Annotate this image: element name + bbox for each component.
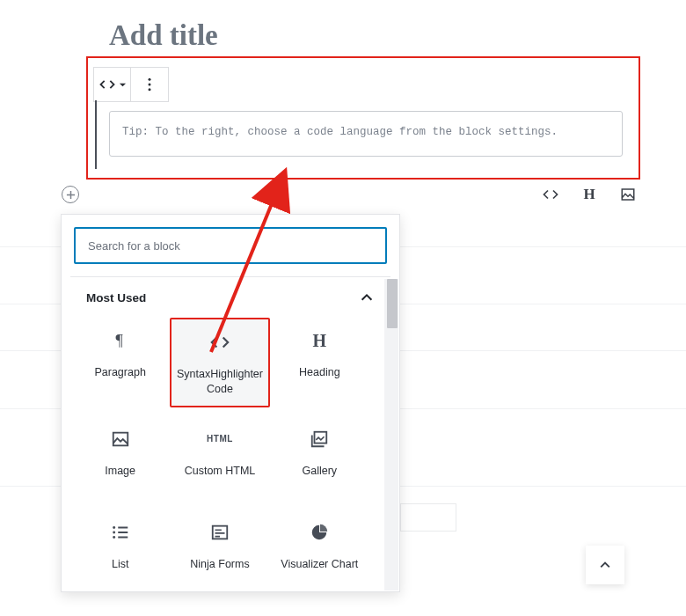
block-option-label: Gallery [303,464,338,493]
block-more-options[interactable] [131,68,168,101]
list-icon [110,522,131,543]
block-toolbar [93,67,169,102]
svg-point-2 [149,88,151,91]
bg-box [400,503,456,532]
pie-chart-icon [309,522,330,543]
svg-point-0 [149,78,151,81]
kebab-icon [141,76,158,93]
block-option-label: Heading [299,365,340,394]
quick-insert-heading[interactable]: H [580,186,598,203]
block-quick-inserter: H [542,186,637,203]
plus-icon [66,190,76,200]
svg-rect-5 [113,432,128,445]
form-icon [209,522,230,543]
scrollbar-thumb[interactable] [387,279,398,328]
block-option-label: Custom HTML [185,464,256,493]
scroll-to-top-button[interactable] [586,546,624,584]
code-icon [99,76,116,93]
add-block-button[interactable] [62,186,79,203]
caret-down-icon [119,81,127,89]
block-option-label: Ninja Forms [190,557,249,586]
html-icon: HTML [209,429,230,450]
block-option-list[interactable]: List [70,510,170,595]
block-option-label: Visualizer Chart [281,557,358,586]
block-option-custom-html[interactable]: HTML Custom HTML [170,416,269,502]
code-icon [209,332,230,353]
block-option-gallery[interactable]: Gallery [270,416,369,502]
block-option-visualizer-chart[interactable]: Visualizer Chart [270,510,369,595]
block-inserter-popover: Most Used ¶ Paragraph SyntaxHighlighter … [61,214,400,592]
block-option-heading[interactable]: H Heading [270,318,369,407]
block-option-paragraph[interactable]: ¶ Paragraph [70,318,170,407]
image-icon [620,187,636,202]
code-block-tip: Tip: To the right, choose a code languag… [109,111,623,157]
chevron-up-icon [598,558,612,572]
block-option-ninja-forms[interactable]: Ninja Forms [170,510,269,595]
image-icon [110,429,131,450]
svg-point-1 [149,84,151,86]
block-option-image[interactable]: Image [70,416,170,502]
chevron-up-icon [359,290,375,305]
post-title-input[interactable]: Add title [109,19,218,52]
svg-rect-6 [315,432,327,444]
quick-insert-image[interactable] [619,186,637,203]
code-icon [543,187,558,202]
svg-text:¶: ¶ [115,332,123,349]
block-type-dropdown[interactable] [94,68,131,101]
block-option-syntaxhighlighter[interactable]: SyntaxHighlighter Code [170,318,269,407]
svg-point-9 [113,536,115,539]
svg-rect-3 [622,189,634,200]
svg-point-7 [113,526,115,529]
block-search-input[interactable] [74,227,387,264]
block-option-label: Image [105,464,135,493]
block-option-label: SyntaxHighlighter Code [175,367,264,397]
svg-point-8 [113,532,115,534]
quick-insert-code[interactable] [542,186,559,203]
heading-icon: H [309,330,330,351]
syntax-highlighter-block[interactable]: Tip: To the right, choose a code languag… [95,100,631,169]
paragraph-icon: ¶ [110,330,131,351]
inserter-block-grid: ¶ Paragraph SyntaxHighlighter Code H Hea… [62,314,378,595]
inserter-section-title: Most Used [86,291,146,304]
inserter-section-toggle[interactable]: Most Used [70,276,390,314]
block-option-label: Paragraph [94,365,145,394]
block-option-label: List [112,557,128,586]
gallery-icon [309,429,330,450]
